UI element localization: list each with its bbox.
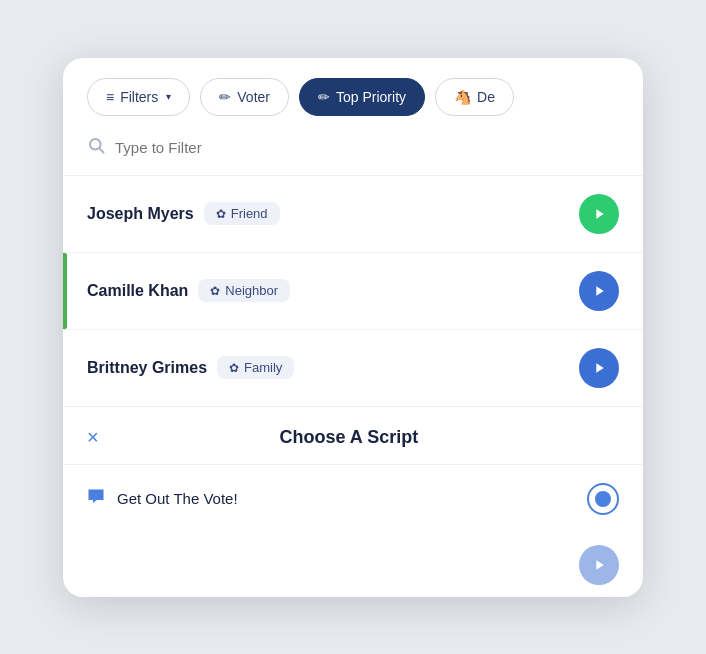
go-button[interactable] [579,348,619,388]
tag-label: Friend [231,206,268,221]
tag-icon: ✿ [210,284,220,298]
donkey-icon: 🐴 [454,89,471,105]
svg-marker-2 [596,209,603,218]
search-bar [63,132,643,176]
message-icon [87,488,105,510]
svg-marker-4 [596,363,603,372]
voter-icon: ✏ [219,89,231,105]
voter-button[interactable]: ✏ Voter [200,78,289,116]
contact-tag: ✿ Neighbor [198,279,290,302]
tag-icon: ✿ [229,361,239,375]
search-input[interactable] [115,139,619,156]
script-chooser-title: Choose A Script [115,427,583,448]
svg-marker-3 [596,286,603,295]
de-button[interactable]: 🐴 De [435,78,514,116]
contact-name: Camille Khan [87,282,188,300]
partial-go-button [579,545,619,585]
tag-label: Family [244,360,282,375]
close-button[interactable]: × [87,427,99,447]
svg-line-1 [99,148,103,152]
contact-list: Joseph Myers ✿ Friend Camille Khan ✿ Nei… [63,176,643,407]
search-icon [87,136,105,159]
filters-button[interactable]: ≡ Filters ▾ [87,78,190,116]
script-label: Get Out The Vote! [117,490,575,507]
script-item[interactable]: Get Out The Vote! [63,465,643,533]
script-chooser-header: × Choose A Script [63,407,643,465]
script-radio-button[interactable] [587,483,619,515]
top-priority-icon: ✏ [318,89,330,105]
filters-label: Filters [120,89,158,105]
de-label: De [477,89,495,105]
contact-row: Camille Khan ✿ Neighbor [63,253,643,330]
top-priority-label: Top Priority [336,89,406,105]
contact-row: Brittney Grimes ✿ Family [63,330,643,406]
go-button[interactable] [579,194,619,234]
filter-bar: ≡ Filters ▾ ✏ Voter ✏ Top Priority 🐴 De [63,58,643,132]
contact-name: Joseph Myers [87,205,194,223]
contact-tag: ✿ Family [217,356,294,379]
tag-label: Neighbor [225,283,278,298]
filters-icon: ≡ [106,89,114,105]
voter-label: Voter [237,89,270,105]
contact-name: Brittney Grimes [87,359,207,377]
top-priority-button[interactable]: ✏ Top Priority [299,78,425,116]
go-button[interactable] [579,271,619,311]
contact-tag: ✿ Friend [204,202,280,225]
main-card: ≡ Filters ▾ ✏ Voter ✏ Top Priority 🐴 De … [63,58,643,597]
tag-icon: ✿ [216,207,226,221]
partial-item [63,533,643,597]
contact-row: Joseph Myers ✿ Friend [63,176,643,253]
chevron-down-icon: ▾ [166,91,171,102]
svg-marker-5 [596,560,603,569]
